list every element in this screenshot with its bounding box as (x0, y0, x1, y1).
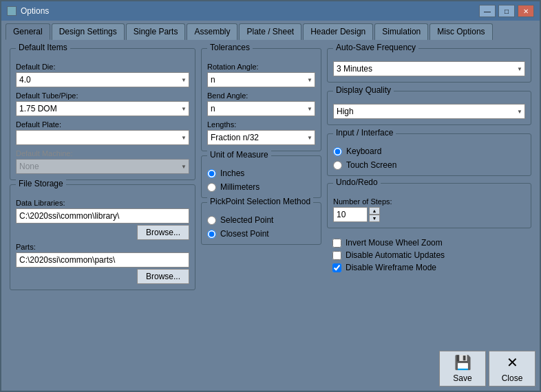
panels-row: Default Items Default Die: 4.0 Default T… (7, 45, 534, 341)
disable-updates-item[interactable]: Disable Automatic Updates (332, 250, 526, 260)
disable-wireframe-item[interactable]: Disable Wireframe Mode (332, 263, 526, 272)
browse-libraries-button[interactable]: Browse... (137, 225, 189, 240)
tab-header-design[interactable]: Header Design (303, 23, 373, 40)
steps-label: Number of Steps: (333, 197, 525, 206)
file-storage-group: File Storage Data Libraries: Browse... P… (10, 184, 195, 290)
millimeters-radio[interactable] (207, 183, 216, 192)
default-machine-select-wrapper: None (16, 159, 189, 174)
app-icon (7, 6, 17, 16)
spin-up-button[interactable]: ▲ (369, 207, 380, 215)
tab-bar: General Design Settings Single Parts Ass… (1, 21, 540, 40)
pickpoint-title: PickPoint Selection Method (207, 197, 313, 206)
parts-label: Parts: (16, 243, 189, 251)
display-quality-select[interactable]: High (333, 104, 525, 119)
default-tube-label: Default Tube/Pipe: (16, 91, 189, 100)
left-column: Default Items Default Die: 4.0 Default T… (10, 48, 195, 338)
tab-plate-sheet[interactable]: Plate / Sheet (239, 23, 301, 40)
steps-input[interactable] (333, 207, 368, 222)
selected-point-radio[interactable] (207, 216, 216, 225)
undo-redo-content: Number of Steps: ▲ ▼ (333, 193, 525, 222)
close-icon: ✕ (507, 354, 518, 371)
closest-point-label: Closest Point (220, 229, 269, 239)
data-libraries-input[interactable] (16, 208, 189, 224)
tolerances-content: Rotation Angle: n Bend Angle: n (207, 58, 315, 145)
display-quality-wrapper: High (333, 104, 525, 119)
save-icon: 💾 (454, 354, 471, 371)
save-button[interactable]: 💾 Save (439, 351, 486, 386)
default-items-content: Default Die: 4.0 Default Tube/Pipe: 1.75… (16, 58, 189, 174)
undo-redo-group: Undo/Redo Number of Steps: ▲ ▼ (327, 183, 531, 228)
tab-design-settings[interactable]: Design Settings (52, 23, 125, 40)
selected-point-item[interactable]: Selected Point (207, 215, 315, 225)
bend-angle-select[interactable]: n (207, 101, 315, 116)
millimeters-radio-item[interactable]: Millimeters (207, 182, 315, 192)
data-libraries-label: Data Libraries: (16, 199, 189, 207)
default-plate-select[interactable] (16, 130, 189, 145)
keyboard-radio[interactable] (333, 147, 342, 156)
lengths-select[interactable]: Fraction n/32 (207, 130, 315, 145)
rotation-angle-select[interactable]: n (207, 72, 315, 87)
pickpoint-group: PickPoint Selection Method Selected Poin… (201, 202, 321, 245)
inches-radio-item[interactable]: Inches (207, 168, 315, 178)
spin-down-button[interactable]: ▼ (369, 215, 380, 222)
autosave-group: Auto-Save Frequency 3 Minutes (327, 48, 531, 83)
default-machine-select[interactable]: None (16, 159, 189, 174)
default-die-select-wrapper: 4.0 (16, 72, 189, 87)
browse-parts-button[interactable]: Browse... (137, 269, 189, 284)
touch-screen-radio[interactable] (333, 161, 342, 170)
closest-point-radio[interactable] (207, 230, 216, 239)
steps-spinbox-wrapper: ▲ ▼ (333, 207, 525, 222)
rotation-angle-wrapper: n (207, 72, 315, 87)
unit-radio-group: Inches Millimeters (207, 166, 315, 192)
default-machine-label: Default Machine: (16, 149, 189, 157)
title-bar-left: Options (7, 6, 49, 16)
tolerances-title: Tolerances (207, 43, 253, 52)
content-area: Default Items Default Die: 4.0 Default T… (1, 40, 540, 347)
keyboard-label: Keyboard (346, 146, 381, 156)
close-button[interactable]: ✕ Close (489, 351, 535, 386)
minimize-button[interactable]: — (479, 5, 496, 17)
default-tube-select[interactable]: 1.75 DOM (16, 101, 189, 116)
window-close-button[interactable]: ✕ (518, 5, 534, 17)
lengths-wrapper: Fraction n/32 (207, 130, 315, 145)
selected-point-label: Selected Point (220, 215, 273, 225)
default-die-label: Default Die: (16, 63, 189, 71)
undo-redo-title: Undo/Redo (333, 177, 381, 187)
checkboxes-section: Invert Mouse Wheel Zoom Disable Automati… (327, 235, 531, 275)
parts-input[interactable] (16, 252, 189, 268)
tab-assembly[interactable]: Assembly (187, 23, 237, 40)
invert-mouse-checkbox[interactable] (332, 239, 341, 248)
disable-wireframe-label: Disable Wireframe Mode (346, 263, 436, 272)
disable-wireframe-checkbox[interactable] (332, 263, 341, 272)
right-column: Auto-Save Frequency 3 Minutes Display Qu… (327, 48, 531, 338)
tab-simulation[interactable]: Simulation (374, 23, 428, 40)
unit-of-measure-title: Unit of Measure (207, 150, 271, 160)
default-items-title: Default Items (16, 43, 70, 52)
millimeters-label: Millimeters (220, 182, 259, 192)
tab-single-parts[interactable]: Single Parts (126, 23, 186, 40)
save-label: Save (453, 373, 471, 383)
default-tube-select-wrapper: 1.75 DOM (16, 101, 189, 116)
autosave-wrapper: 3 Minutes (333, 61, 525, 76)
title-bar: Options — □ ✕ (1, 1, 540, 21)
unit-of-measure-group: Unit of Measure Inches Millimeters (201, 155, 321, 198)
tab-general[interactable]: General (6, 23, 50, 40)
input-interface-group: Input / Interface Keyboard Touch Screen (327, 133, 531, 176)
autosave-select[interactable]: 3 Minutes (333, 61, 525, 76)
keyboard-item[interactable]: Keyboard (333, 146, 525, 156)
window-controls: — □ ✕ (479, 5, 534, 17)
maximize-button[interactable]: □ (498, 5, 515, 17)
window-title: Options (21, 6, 49, 16)
disable-updates-checkbox[interactable] (332, 251, 341, 260)
options-window: Options — □ ✕ General Design Settings Si… (0, 0, 541, 392)
default-die-select[interactable]: 4.0 (16, 72, 189, 87)
disable-updates-label: Disable Automatic Updates (346, 250, 445, 260)
inches-radio[interactable] (207, 169, 216, 178)
close-label: Close (502, 373, 523, 383)
closest-point-item[interactable]: Closest Point (207, 229, 315, 239)
invert-mouse-item[interactable]: Invert Mouse Wheel Zoom (332, 238, 526, 248)
touch-screen-item[interactable]: Touch Screen (333, 160, 525, 170)
inches-label: Inches (220, 168, 244, 178)
tab-misc-options[interactable]: Misc Options (429, 23, 492, 40)
file-storage-content: Data Libraries: Browse... Parts: Browse.… (16, 195, 189, 284)
